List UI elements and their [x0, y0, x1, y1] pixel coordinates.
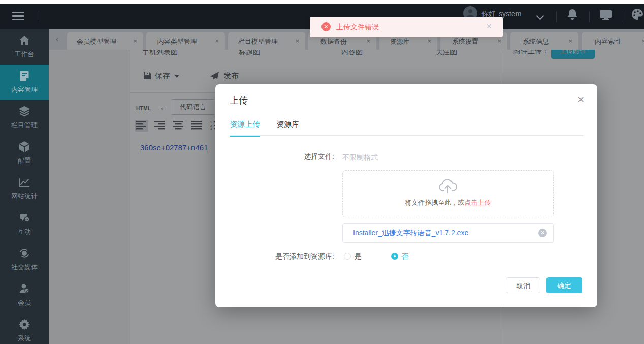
sidebar-item-config[interactable]: 配置 — [0, 136, 49, 171]
radio-yes[interactable] — [344, 253, 351, 260]
member-icon — [18, 283, 30, 295]
tabs-divider — [230, 135, 583, 136]
tab-resource-upload[interactable]: 资源上传 — [230, 120, 260, 137]
remove-file-icon[interactable]: ✕ — [538, 229, 547, 237]
top-white-strip — [0, 0, 644, 4]
confirm-button[interactable]: 确定 — [546, 277, 582, 293]
sidebar-item-interaction[interactable]: 互动 — [0, 207, 49, 243]
format-hint: 不限制格式 — [342, 153, 378, 162]
file-name-link[interactable]: Installer_迅捷文字转语音_v1.7.2.exe — [353, 229, 468, 238]
select-file-label: 选择文件: — [228, 152, 334, 161]
radio-no[interactable] — [391, 253, 398, 260]
sidebar-item-social[interactable]: 社交媒体 — [0, 243, 49, 278]
topbar-divider — [589, 11, 590, 22]
dialog-tabs: 资源上传 资源库 — [230, 120, 313, 137]
error-icon: ✕ — [321, 22, 331, 31]
radio-no-label[interactable]: 否 — [401, 252, 408, 261]
topbar-divider — [39, 11, 39, 22]
dropzone-text: 将文件拖拽至此，或 — [405, 199, 465, 207]
sidebar-item-members[interactable]: 会员 — [0, 278, 49, 314]
dialog-close-icon[interactable]: × — [577, 93, 584, 107]
sidebar-item-system[interactable]: 系统 — [0, 314, 49, 344]
error-toast: ✕ 上传文件错误 × — [310, 17, 503, 37]
file-dropzone[interactable]: 将文件拖拽至此，或点击上传 — [342, 170, 554, 217]
username-text[interactable]: system — [499, 10, 521, 18]
cube-icon — [18, 141, 30, 153]
click-upload-link[interactable]: 点击上传 — [465, 199, 491, 207]
add-to-library-row: 是否添加到资源库: 是 否 — [215, 252, 597, 262]
upload-dialog: 上传 × 资源上传 资源库 选择文件: 不限制格式 将文件拖拽至此，或点击上传 … — [215, 84, 597, 307]
social-icon — [18, 247, 30, 259]
home-icon — [18, 34, 30, 46]
dialog-title: 上传 — [230, 94, 248, 107]
sidebar-item-workbench[interactable]: 工作台 — [0, 29, 49, 65]
bell-icon[interactable] — [567, 8, 578, 20]
palette-icon[interactable] — [631, 8, 644, 20]
toast-message: 上传文件错误 — [336, 23, 379, 32]
add-to-library-label: 是否添加到资源库: — [228, 252, 334, 261]
content-icon — [18, 70, 30, 82]
topbar-divider — [556, 11, 557, 22]
topbar-divider — [622, 11, 622, 22]
chevron-down-icon[interactable] — [536, 12, 544, 20]
monitor-icon[interactable] — [599, 10, 613, 21]
layers-icon — [18, 105, 30, 117]
sidebar: 工作台 内容管理 栏目管理 配置 网站统计 互动 社交媒体 会员 — [0, 29, 49, 344]
sidebar-item-columns[interactable]: 栏目管理 — [0, 100, 49, 136]
cloud-upload-icon — [438, 178, 458, 194]
sidebar-item-content[interactable]: 内容管理 — [0, 65, 49, 100]
menu-toggle-icon[interactable] — [12, 12, 24, 21]
gear-icon — [18, 318, 30, 330]
radio-yes-label[interactable]: 是 — [355, 252, 362, 261]
cancel-button[interactable]: 取消 — [506, 277, 540, 293]
tab-resource-library[interactable]: 资源库 — [276, 120, 299, 136]
toast-close-icon[interactable]: × — [486, 21, 492, 32]
stats-icon — [18, 176, 30, 188]
sidebar-item-stats[interactable]: 网站统计 — [0, 171, 49, 207]
uploaded-file-item: Installer_迅捷文字转语音_v1.7.2.exe ✕ — [342, 223, 554, 243]
chat-icon — [18, 212, 30, 224]
